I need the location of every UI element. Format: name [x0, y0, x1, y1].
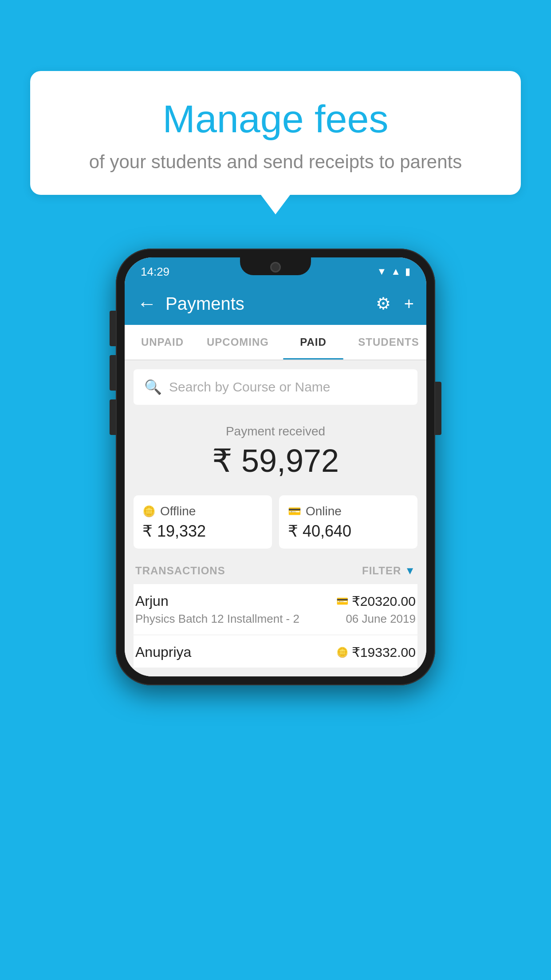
settings-button[interactable]: ⚙	[376, 294, 391, 313]
payment-type-icon: 🪙	[336, 647, 348, 658]
transaction-name: Arjun	[135, 593, 169, 609]
transactions-header: TRANSACTIONS FILTER ▼	[134, 557, 417, 584]
payment-received-amount: ₹ 59,972	[134, 442, 417, 479]
battery-icon: ▮	[405, 266, 410, 277]
transactions-label: TRANSACTIONS	[135, 565, 225, 577]
transaction-date: 06 June 2019	[346, 612, 416, 626]
search-bar[interactable]: 🔍 Search by Course or Name	[134, 369, 417, 405]
payment-received-label: Payment received	[134, 424, 417, 439]
payment-cards: 🪙 Offline ₹ 19,332 💳 Online ₹ 40,640	[134, 495, 417, 549]
transaction-amount: ₹19332.00	[352, 644, 416, 660]
offline-card: 🪙 Offline ₹ 19,332	[134, 495, 272, 549]
transaction-amount-wrap: 💳 ₹20320.00	[336, 593, 416, 609]
tabs-bar: UNPAID UPCOMING PAID STUDENTS	[125, 325, 426, 360]
back-button[interactable]: ←	[137, 292, 157, 315]
transaction-amount: ₹20320.00	[352, 593, 416, 609]
transaction-item[interactable]: Arjun 💳 ₹20320.00 Physics Batch 12 Insta…	[134, 584, 417, 635]
filter-icon: ▼	[405, 565, 416, 577]
app-bar: ← Payments ⚙ +	[125, 282, 426, 325]
tab-paid[interactable]: PAID	[276, 325, 351, 360]
bubble-title: Manage fees	[48, 98, 503, 141]
payment-type-icon: 💳	[336, 596, 348, 607]
offline-icon: 🪙	[142, 505, 156, 518]
tab-students[interactable]: STUDENTS	[351, 325, 426, 360]
tab-unpaid[interactable]: UNPAID	[125, 325, 200, 360]
app-title: Payments	[165, 294, 367, 314]
filter-label: FILTER	[362, 565, 401, 577]
online-card: 💳 Online ₹ 40,640	[279, 495, 417, 549]
transaction-item[interactable]: Anupriya 🪙 ₹19332.00	[134, 635, 417, 668]
search-icon: 🔍	[144, 379, 162, 395]
status-time: 14:29	[141, 265, 169, 279]
online-label: Online	[306, 504, 342, 518]
transaction-amount-wrap: 🪙 ₹19332.00	[336, 644, 416, 660]
notch	[240, 257, 311, 275]
wifi-icon: ▼	[377, 266, 386, 277]
phone-outer: 14:29 ▼ ▲ ▮ ← Payments ⚙ + UNPAID	[116, 249, 435, 685]
search-input[interactable]: Search by Course or Name	[169, 379, 331, 395]
speech-bubble: Manage fees of your students and send re…	[30, 71, 521, 195]
payment-received-section: Payment received ₹ 59,972	[134, 414, 417, 488]
camera	[270, 262, 281, 273]
phone-screen: 14:29 ▼ ▲ ▮ ← Payments ⚙ + UNPAID	[125, 257, 426, 676]
filter-button[interactable]: FILTER ▼	[362, 565, 416, 577]
transaction-course: Physics Batch 12 Installment - 2	[135, 612, 299, 626]
signal-icon: ▲	[391, 266, 401, 277]
bubble-subtitle: of your students and send receipts to pa…	[48, 151, 503, 173]
offline-amount: ₹ 19,332	[142, 522, 263, 541]
online-amount: ₹ 40,640	[288, 522, 409, 541]
phone-frame: 14:29 ▼ ▲ ▮ ← Payments ⚙ + UNPAID	[116, 249, 435, 685]
content-area: 🔍 Search by Course or Name Payment recei…	[125, 360, 426, 676]
tab-upcoming[interactable]: UPCOMING	[200, 325, 276, 360]
offline-label: Offline	[160, 504, 196, 518]
transaction-list: Arjun 💳 ₹20320.00 Physics Batch 12 Insta…	[134, 584, 417, 668]
status-icons: ▼ ▲ ▮	[377, 266, 410, 277]
add-button[interactable]: +	[404, 294, 414, 313]
transaction-name: Anupriya	[135, 644, 191, 660]
online-icon: 💳	[288, 505, 301, 518]
